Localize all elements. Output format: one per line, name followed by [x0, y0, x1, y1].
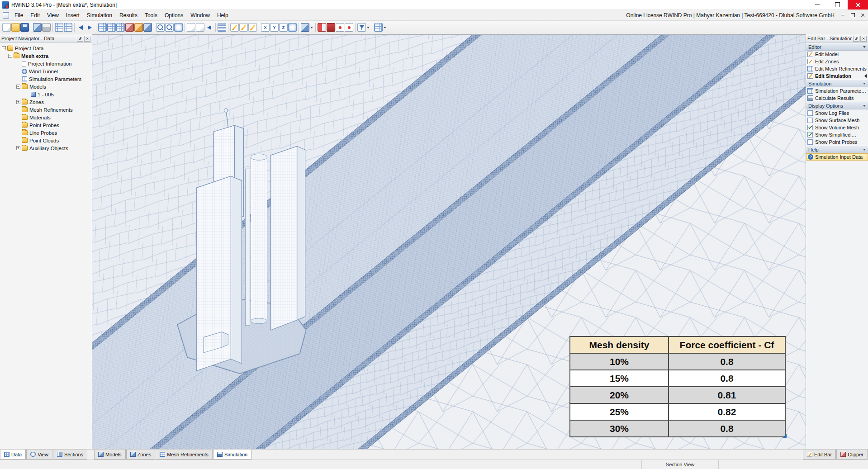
tab-data[interactable]: Data — [0, 450, 26, 460]
tree-item-mesh-extra[interactable]: Mesh extra — [0, 52, 92, 60]
show-all-icon[interactable] — [174, 23, 183, 32]
option-show-log-files[interactable]: Show Log Files — [806, 109, 868, 117]
manage-units-icon[interactable] — [33, 23, 42, 32]
checkbox-icon[interactable] — [807, 118, 813, 123]
zoom-in-icon[interactable] — [156, 23, 165, 32]
pin-icon[interactable] — [853, 36, 859, 42]
renumber-icon[interactable] — [98, 23, 107, 32]
menu-help[interactable]: Help — [213, 10, 232, 20]
editbar-item-edit-model[interactable]: Edit Model — [806, 51, 868, 58]
editbar-item-calculate-results[interactable]: Calculate Results — [806, 95, 868, 102]
tree-item-wind-tunnel[interactable]: Wind Tunnel — [0, 67, 92, 75]
perspective-view-icon[interactable] — [288, 23, 297, 32]
redo-icon[interactable] — [85, 23, 94, 32]
collapse-icon[interactable] — [8, 54, 12, 58]
tree-item-materials[interactable]: Materials — [0, 114, 92, 121]
tab-zones[interactable]: Zones — [126, 450, 156, 460]
section-display-options[interactable]: Display Options — [806, 102, 868, 109]
mdi-minimize-button[interactable] — [838, 12, 847, 19]
open-file-icon[interactable] — [11, 23, 20, 32]
checkbox-icon[interactable] — [807, 139, 813, 145]
close-button[interactable] — [848, 0, 868, 9]
option-show-point-probes[interactable]: Show Point Probes — [806, 138, 868, 146]
recalculate-icon[interactable] — [143, 23, 152, 32]
view-x-icon[interactable]: X — [261, 23, 270, 32]
more-options-icon[interactable] — [383, 23, 387, 32]
layers-icon[interactable] — [218, 23, 226, 32]
model-check-icon[interactable] — [134, 23, 143, 32]
tab-view[interactable]: View — [26, 450, 52, 460]
pin-icon[interactable] — [77, 36, 83, 42]
tree-item-project-information[interactable]: Project Information — [0, 60, 92, 67]
line-probe-icon[interactable] — [345, 23, 353, 32]
mesh-quality-icon[interactable] — [125, 23, 134, 32]
tree-item-auxiliary-objects[interactable]: Auxiliary Objects — [0, 144, 92, 152]
draw-line-icon[interactable] — [230, 23, 239, 32]
menu-options[interactable]: Options — [161, 10, 187, 20]
editbar-item-simulation-parameters[interactable]: Simulation Parameter... — [806, 87, 868, 95]
menu-tools[interactable]: Tools — [141, 10, 161, 20]
arrow-tool-icon[interactable] — [205, 23, 213, 32]
stop-calculation-icon[interactable] — [327, 23, 335, 32]
menu-insert[interactable]: Insert — [62, 10, 83, 20]
visibility-filter-icon[interactable] — [357, 23, 366, 32]
new-file-icon[interactable] — [2, 23, 11, 32]
checkbox-icon[interactable] — [807, 132, 813, 137]
section-editor[interactable]: Editor — [806, 43, 868, 51]
tree-item-mesh-refinements[interactable]: Mesh Refinements — [0, 106, 92, 114]
view-y-icon[interactable]: Y — [270, 23, 279, 32]
option-show-simplified[interactable]: Show Simplified ... — [806, 131, 868, 138]
tree-item-zones[interactable]: Zones — [0, 98, 92, 106]
close-icon[interactable] — [860, 36, 867, 42]
undo-icon[interactable] — [76, 23, 85, 32]
maximize-button[interactable] — [827, 0, 848, 9]
mdi-close-button[interactable] — [858, 12, 867, 19]
tab-models[interactable]: Models — [94, 450, 125, 460]
isometric-view-icon[interactable] — [301, 23, 309, 32]
editbar-item-edit-zones[interactable]: Edit Zones — [806, 58, 868, 65]
display-properties-icon[interactable] — [374, 23, 383, 32]
3d-viewport[interactable]: Mesh density Force coefficient - Cf 10% … — [92, 34, 806, 449]
zoom-window-icon[interactable] — [165, 23, 174, 32]
clipping-plane-icon[interactable] — [187, 23, 195, 32]
checkbox-icon[interactable] — [807, 110, 813, 116]
mdi-restore-button[interactable] — [848, 12, 857, 19]
point-probe-icon[interactable] — [336, 23, 344, 32]
table-resize-grip[interactable] — [782, 434, 787, 438]
tree-item-project-data[interactable]: Project Data — [0, 44, 92, 52]
checkbox-icon[interactable] — [807, 125, 813, 130]
menu-file[interactable]: File — [11, 10, 27, 20]
tree-item-line-probes[interactable]: Line Probes — [0, 129, 92, 137]
close-icon[interactable] — [84, 36, 90, 42]
tree-item-models[interactable]: Models — [0, 83, 92, 90]
editbar-item-edit-mesh-refinements[interactable]: Edit Mesh Refinements — [806, 65, 868, 72]
generate-mesh-icon[interactable] — [107, 23, 116, 32]
filter-dropdown-icon[interactable] — [366, 23, 370, 32]
save-file-icon[interactable] — [20, 23, 29, 32]
tree-item-simulation-parameters[interactable]: Simulation Parameters — [0, 75, 92, 83]
editbar-item-simulation-input-data[interactable]: Simulation Input Data — [806, 153, 868, 161]
view-z-icon[interactable]: Z — [279, 23, 288, 32]
section-help[interactable]: Help — [806, 146, 868, 153]
mesh-settings-icon[interactable] — [116, 23, 125, 32]
navigator-toggle-icon[interactable] — [55, 23, 63, 32]
expand-icon[interactable] — [16, 100, 20, 104]
tab-clipper[interactable]: Clipper — [836, 450, 868, 460]
menu-view[interactable]: View — [43, 10, 62, 20]
tab-sections[interactable]: Sections — [53, 450, 87, 460]
draw-polyline-icon[interactable] — [239, 23, 248, 32]
isometric-view-dropdown-icon[interactable] — [310, 23, 313, 32]
tab-simulation[interactable]: Simulation — [213, 450, 251, 460]
expand-icon[interactable] — [16, 146, 20, 150]
work-plane-icon[interactable] — [196, 23, 204, 32]
menu-simulation[interactable]: Simulation — [83, 10, 116, 20]
option-show-volume-mesh[interactable]: Show Volume Mesh — [806, 124, 868, 131]
tables-toggle-icon[interactable] — [64, 23, 72, 32]
collapse-icon[interactable] — [16, 85, 20, 89]
print-icon[interactable] — [42, 23, 51, 32]
collapse-icon[interactable] — [2, 46, 6, 50]
draw-rectangle-icon[interactable] — [248, 23, 257, 32]
tree-item-model-1-005[interactable]: 1 - 005 — [0, 90, 92, 98]
tree-item-point-probes[interactable]: Point Probes — [0, 121, 92, 129]
editbar-item-edit-simulation[interactable]: Edit Simulation — [806, 72, 868, 80]
